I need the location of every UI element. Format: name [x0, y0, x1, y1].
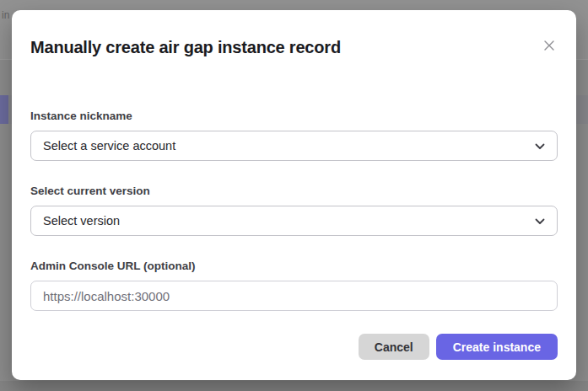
admin-console-url-input[interactable]: [30, 281, 558, 311]
admin-console-url-label: Admin Console URL (optional): [30, 259, 558, 274]
current-version-label: Select current version: [30, 184, 558, 199]
field-admin-console-url: Admin Console URL (optional): [30, 259, 558, 311]
background-button-fragment: [0, 95, 8, 124]
version-select[interactable]: Select version: [30, 206, 558, 236]
modal-header: Manually create air gap instance record: [30, 35, 558, 59]
close-button[interactable]: [541, 37, 558, 54]
chevron-down-icon: [535, 213, 545, 228]
modal-title: Manually create air gap instance record: [30, 35, 341, 59]
instance-nickname-label: Instance nickname: [30, 109, 558, 124]
service-account-select-value: Select a service account: [43, 139, 175, 153]
modal-footer: Cancel Create instance: [30, 334, 558, 360]
service-account-select[interactable]: Select a service account: [30, 131, 558, 161]
field-current-version: Select current version Select version: [30, 184, 558, 236]
create-air-gap-instance-modal: Manually create air gap instance record …: [12, 10, 576, 380]
create-instance-button[interactable]: Create instance: [436, 334, 558, 360]
version-select-value: Select version: [43, 214, 120, 228]
chevron-down-icon: [535, 138, 545, 153]
close-icon: [542, 42, 556, 55]
field-instance-nickname: Instance nickname Select a service accou…: [30, 109, 558, 161]
cancel-button[interactable]: Cancel: [359, 334, 429, 360]
background-bottom-band: [0, 381, 588, 391]
background-page-text-fragment: in: [2, 9, 9, 21]
